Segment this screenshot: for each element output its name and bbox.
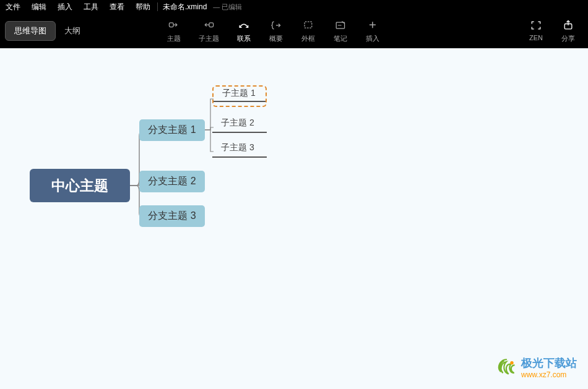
summary-button[interactable]: 概要 [260, 16, 292, 46]
filename-label: 未命名.xmind [159, 2, 210, 12]
zen-button[interactable]: ZEN [520, 16, 552, 46]
note-icon [333, 19, 348, 32]
underline [214, 101, 266, 102]
branch-label: 分支主题 1 [148, 124, 196, 137]
toolbar: 思维导图 大纲 主题 子主题 联系 概要 [0, 14, 588, 48]
svg-rect-5 [305, 22, 312, 28]
summary-label: 概要 [269, 34, 283, 43]
subtopic-button[interactable]: 子主题 [190, 16, 228, 46]
share-button[interactable]: 分享 [552, 16, 584, 46]
menu-edit[interactable]: 编辑 [26, 2, 52, 12]
relationship-icon [236, 19, 251, 32]
edited-label: — 已编辑 [210, 2, 242, 12]
branch-node-1[interactable]: 分支主题 1 [139, 119, 205, 141]
divider [157, 2, 158, 11]
canvas[interactable]: 中心主题 分支主题 1 子主题 1 子主题 2 子主题 3 分支主题 2 分支主… [0, 48, 588, 389]
underline [212, 132, 267, 133]
insert-label: 插入 [366, 34, 379, 43]
plus-icon [365, 19, 380, 32]
note-label: 笔记 [334, 34, 347, 43]
boundary-button[interactable]: 外框 [292, 16, 324, 46]
menu-file[interactable]: 文件 [0, 2, 26, 12]
svg-point-12 [510, 361, 513, 364]
watermark-logo-icon [495, 356, 517, 378]
watermark: 极光下载站 www.xz7.com [495, 356, 577, 379]
underline [212, 156, 267, 158]
watermark-title: 极光下载站 [521, 357, 577, 369]
central-topic-node[interactable]: 中心主题 [30, 169, 130, 202]
relationship-button[interactable]: 联系 [228, 16, 260, 46]
sub-label: 子主题 3 [221, 142, 254, 153]
share-label: 分享 [561, 34, 575, 43]
share-icon [561, 19, 576, 32]
fullscreen-icon [529, 19, 543, 32]
watermark-url: www.xz7.com [521, 370, 577, 379]
menu-tool[interactable]: 工具 [78, 2, 104, 12]
subtopic-label: 子主题 [199, 34, 219, 43]
sub-node-2[interactable]: 子主题 2 [212, 115, 267, 137]
sub-label: 子主题 2 [221, 118, 254, 129]
insert-button[interactable]: 插入 [357, 16, 389, 46]
tab-mindmap[interactable]: 思维导图 [5, 21, 56, 41]
menu-bar: 文件 编辑 插入 工具 查看 帮助 未命名.xmind — 已编辑 [0, 0, 588, 14]
branch-node-2[interactable]: 分支主题 2 [139, 171, 205, 192]
summary-icon [269, 19, 283, 32]
topic-icon [166, 19, 181, 32]
tab-outline[interactable]: 大纲 [56, 22, 89, 40]
branch-label: 分支主题 2 [148, 175, 196, 188]
zen-label: ZEN [529, 34, 543, 41]
connectors [0, 48, 588, 389]
sub-label: 子主题 1 [222, 88, 256, 99]
svg-rect-2 [209, 23, 213, 27]
subtopic-icon [201, 19, 216, 32]
sub-node-1[interactable]: 子主题 1 [212, 85, 267, 107]
svg-rect-0 [169, 23, 173, 27]
sub-node-3[interactable]: 子主题 3 [212, 140, 267, 161]
note-button[interactable]: 笔记 [324, 16, 357, 46]
menu-help[interactable]: 帮助 [130, 2, 156, 12]
central-topic-label: 中心主题 [51, 176, 108, 195]
topic-label: 主题 [167, 34, 181, 43]
menu-insert[interactable]: 插入 [52, 2, 78, 12]
branch-label: 分支主题 3 [148, 210, 196, 223]
menu-view[interactable]: 查看 [104, 2, 130, 12]
branch-node-3[interactable]: 分支主题 3 [139, 205, 205, 227]
relationship-label: 联系 [237, 34, 251, 43]
topic-button[interactable]: 主题 [158, 16, 190, 46]
boundary-label: 外框 [301, 34, 315, 43]
view-tabs: 思维导图 大纲 [5, 21, 89, 41]
boundary-icon [301, 19, 316, 32]
